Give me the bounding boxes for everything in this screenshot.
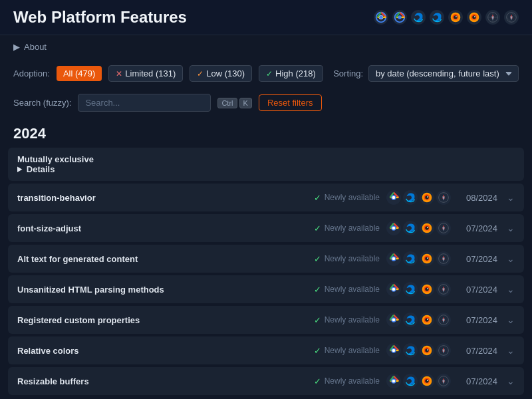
svg-point-99 (403, 313, 418, 327)
feature-status: ✓ Newly available (314, 315, 380, 325)
status-check-icon: ✓ (314, 346, 321, 356)
feature-date: 07/2024 (458, 346, 497, 356)
feature-date: 07/2024 (458, 376, 497, 386)
status-label: Newly available (325, 315, 380, 325)
svg-point-52 (427, 196, 428, 198)
filter-low-label: Low (130) (206, 68, 245, 78)
svg-point-85 (392, 288, 396, 291)
feature-status: ✓ Newly available (314, 376, 380, 386)
svg-point-117 (427, 349, 428, 350)
feature-date: 07/2024 (458, 254, 497, 264)
feature-date: 07/2024 (458, 223, 497, 233)
filter-limited-button[interactable]: ✕ Limited (131) (108, 65, 183, 82)
expand-chevron-icon[interactable]: ⌄ (507, 223, 515, 233)
filter-low-button[interactable]: ✓ Low (130) (190, 65, 252, 82)
firefox-icon-header (448, 10, 463, 25)
svg-point-18 (474, 16, 475, 17)
feature-status: ✓ Newly available (314, 254, 380, 264)
reset-filters-button[interactable]: Reset filters (259, 94, 322, 111)
filter-high-label: High (218) (275, 68, 316, 78)
svg-point-90 (425, 287, 429, 291)
svg-point-104 (427, 319, 428, 320)
svg-point-116 (425, 348, 429, 352)
status-label: Newly available (325, 254, 380, 263)
svg-point-98 (392, 319, 396, 322)
status-label: Newly available (325, 346, 380, 355)
filter-all-button[interactable]: All (479) (57, 66, 102, 81)
feature-status: ✓ Newly available (314, 346, 380, 356)
feature-row[interactable]: transition-behavior ✓ Newly available (8, 184, 524, 211)
expand-chevron-icon[interactable]: ⌄ (507, 284, 515, 295)
firefox-icon-header2 (467, 10, 481, 25)
filter-limited-x: ✕ (116, 69, 122, 78)
keyboard-shortcut: Ctrl K (217, 98, 251, 108)
feature-status: ✓ Newly available (314, 285, 380, 295)
svg-point-65 (427, 227, 428, 228)
feature-row[interactable]: Unsanitized HTML parsing methods ✓ Newly… (8, 275, 524, 303)
sorting-label: Sorting: (333, 68, 363, 78)
svg-point-12 (454, 15, 458, 19)
search-input[interactable] (78, 94, 211, 112)
svg-point-7 (411, 10, 426, 25)
features-list: Mutually exclusive elements ✓ Newly avai… (0, 148, 532, 395)
feature-name: Mutually exclusive elements ✓ Newly avai… (17, 154, 515, 174)
expand-chevron-icon[interactable]: ⌄ (507, 376, 515, 386)
svg-point-125 (403, 374, 418, 388)
svg-point-59 (392, 227, 396, 230)
browser-icons-header (374, 10, 519, 25)
svg-point-8 (430, 10, 444, 25)
status-label: Newly available (325, 376, 380, 386)
about-section[interactable]: ▶ About (0, 35, 532, 59)
safari-icon-header2 (504, 10, 519, 25)
svg-point-46 (392, 196, 396, 200)
sort-select[interactable]: by date (descending, future last) (368, 65, 519, 82)
feature-row[interactable]: Registered custom properties ✓ Newly ava… (8, 306, 524, 334)
svg-point-60 (403, 221, 418, 235)
svg-point-129 (425, 379, 429, 383)
status-check-icon: ✓ (314, 193, 321, 203)
svg-point-73 (403, 251, 418, 266)
expand-chevron-icon[interactable]: ⌄ (507, 315, 515, 325)
expand-chevron-icon[interactable]: ⌄ (507, 345, 515, 356)
expand-chevron-icon[interactable]: ⌄ (507, 253, 515, 264)
year-2024-header: 2024 (0, 117, 532, 148)
chrome-icon-header (374, 10, 388, 25)
filter-low-check: ✓ (197, 69, 203, 78)
about-arrow: ▶ (13, 42, 20, 52)
svg-point-78 (427, 257, 428, 259)
svg-point-103 (425, 318, 429, 322)
status-label: Newly available (325, 285, 380, 294)
app-header: Web Platform Features (0, 0, 532, 35)
svg-point-13 (456, 16, 457, 17)
expand-chevron-icon[interactable]: ⌄ (507, 192, 515, 203)
svg-point-6 (398, 15, 402, 19)
feature-name: font-size-adjust (17, 223, 307, 233)
safari-icon-header (485, 10, 500, 25)
svg-point-64 (425, 226, 429, 230)
feature-name: Alt text for generated content (17, 254, 307, 264)
svg-point-86 (403, 282, 418, 297)
feature-date: 07/2024 (458, 285, 497, 295)
svg-point-47 (403, 190, 418, 205)
feature-row[interactable]: font-size-adjust ✓ Newly available (8, 214, 524, 242)
status-check-icon: ✓ (314, 254, 321, 264)
feature-row[interactable]: Mutually exclusive elements ✓ Newly avai… (8, 148, 524, 181)
svg-point-51 (425, 196, 429, 200)
search-bar: Search (fuzzy): Ctrl K Reset filters (0, 88, 532, 117)
feature-row[interactable]: Resizable buffers ✓ Newly available (8, 367, 524, 395)
status-check-icon: ✓ (314, 376, 321, 386)
feature-status: ✓ Newly available (314, 223, 380, 233)
feature-row[interactable]: Relative colors ✓ Newly available (8, 336, 524, 364)
svg-point-112 (403, 343, 418, 358)
status-label: Newly available (325, 193, 380, 202)
sorting-section: Sorting: by date (descending, future las… (333, 65, 519, 82)
svg-point-72 (392, 257, 396, 261)
feature-row[interactable]: Alt text for generated content ✓ Newly a… (8, 245, 524, 273)
filter-high-button[interactable]: ✓ High (218) (259, 65, 323, 82)
status-check-icon: ✓ (314, 315, 321, 325)
feature-name: Resizable buffers (17, 376, 307, 386)
feature-status: ✓ Newly available (314, 193, 380, 203)
feature-date: 07/2024 (458, 315, 497, 325)
kbd-k: K (239, 98, 252, 108)
feature-name: Unsanitized HTML parsing methods (17, 285, 307, 295)
